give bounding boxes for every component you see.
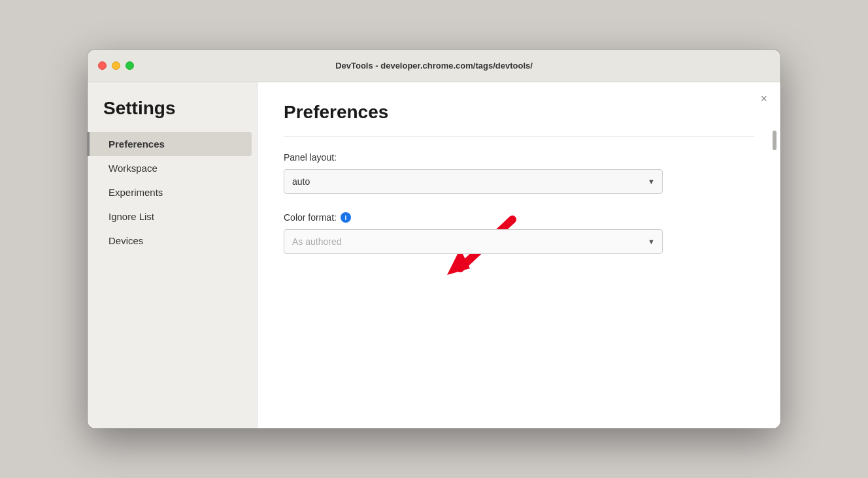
app-window: DevTools - developer.chrome.com/tags/dev…	[88, 50, 780, 428]
panel-layout-select-wrapper: auto horizontal vertical	[284, 169, 663, 194]
sidebar-item-workspace[interactable]: Workspace	[93, 156, 252, 180]
close-traffic-light[interactable]	[98, 61, 107, 70]
color-format-info-icon[interactable]: i	[341, 212, 351, 223]
color-format-select[interactable]: As authored HEX RGB HSL	[284, 229, 663, 254]
color-format-group: Color format: i	[284, 212, 754, 254]
panel-layout-label: Panel layout:	[284, 152, 754, 163]
sidebar-item-preferences[interactable]: Preferences	[88, 132, 252, 156]
titlebar: DevTools - developer.chrome.com/tags/dev…	[88, 50, 780, 82]
scrollbar-thumb[interactable]	[773, 131, 776, 150]
window-wrapper: DevTools - developer.chrome.com/tags/dev…	[75, 37, 793, 441]
minimize-traffic-light[interactable]	[112, 61, 120, 70]
close-button[interactable]: ×	[760, 93, 767, 104]
panel-layout-group: Panel layout: auto horizontal vertical	[284, 152, 754, 194]
sidebar-item-experiments[interactable]: Experiments	[93, 180, 252, 204]
panel-layout-select[interactable]: auto horizontal vertical	[284, 169, 663, 194]
sidebar: Settings Preferences Workspace Experimen…	[88, 82, 258, 428]
window-title: DevTools - developer.chrome.com/tags/dev…	[335, 61, 533, 71]
color-format-label: Color format: i	[284, 212, 754, 223]
sidebar-nav: Preferences Workspace Experiments Ignore…	[88, 132, 257, 253]
maximize-traffic-light[interactable]	[125, 61, 134, 70]
main-title: Preferences	[284, 102, 754, 123]
window-content: Settings Preferences Workspace Experimen…	[88, 82, 780, 428]
section-divider	[284, 136, 754, 136]
sidebar-item-ignore-list[interactable]: Ignore List	[93, 204, 252, 229]
color-format-select-wrapper: As authored HEX RGB HSL	[284, 229, 663, 254]
sidebar-title: Settings	[88, 98, 257, 132]
main-content: × Preferences Panel layout: auto horizon…	[258, 82, 780, 428]
sidebar-item-devices[interactable]: Devices	[93, 229, 252, 253]
traffic-lights	[98, 61, 134, 70]
scrollbar-track	[773, 128, 776, 422]
